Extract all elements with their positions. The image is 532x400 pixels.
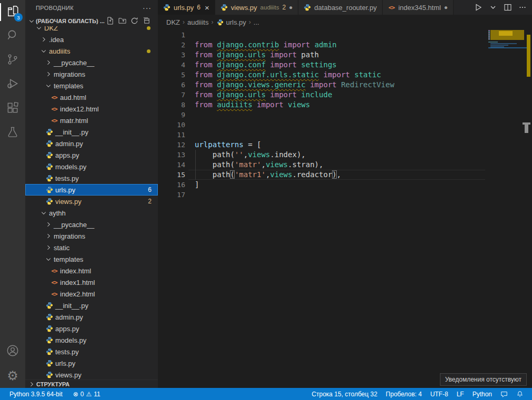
breadcrumb[interactable]: DKZ›audiiits›urls.py›... — [158, 15, 532, 29]
workspace-section-header[interactable]: (РАБОЧАЯ ОБЛАСТЬ) ... — [25, 16, 158, 26]
code-line-14[interactable]: 14 path('matr',views.stran), — [158, 160, 532, 170]
problems-status[interactable]: ⊗ 0 ⚠ 11 — [69, 391, 105, 398]
python-interpreter-status[interactable]: Python 3.9.5 64-bit — [5, 391, 67, 398]
status-python[interactable]: Python — [468, 391, 496, 398]
breadcrumb-item-urls.py[interactable]: urls.py — [216, 18, 246, 26]
tree-item-migrations[interactable]: migrations — [25, 68, 158, 80]
tree-item-__pycache__[interactable]: __pycache__ — [25, 219, 158, 230]
tree-item-index2.html[interactable]: <>index2.html — [25, 288, 158, 300]
status-bar-left: Python 3.9.5 64-bit ⊗ 0 ⚠ 11 — [0, 391, 105, 398]
tree-item-label: .idea — [49, 36, 64, 44]
status-строка-15-столбец-32[interactable]: Строка 15, столбец 32 — [307, 391, 382, 398]
feedback-icon[interactable] — [496, 391, 512, 398]
tree-item-aud.html[interactable]: <>aud.html — [25, 91, 158, 103]
tree-item-views.py[interactable]: views.py — [25, 369, 158, 380]
breadcrumb-item-audiiits[interactable]: audiiits — [187, 18, 208, 26]
sidebar-more-actions-icon[interactable]: ··· — [143, 4, 152, 12]
search-activity-item[interactable] — [0, 24, 25, 48]
tree-item-label: __pycache__ — [54, 221, 94, 229]
tab-database_roouter.py[interactable]: database_roouter.py — [298, 0, 383, 15]
chevron-right-icon — [45, 233, 52, 239]
tree-item-urls.py[interactable]: urls.py — [25, 357, 158, 369]
code-line-3[interactable]: 3from django.urls import path — [158, 50, 532, 60]
code-line-12[interactable]: 12urlpatterns = [ — [158, 140, 532, 150]
tree-item-__init__.py[interactable]: __init__.py — [25, 126, 158, 138]
tree-item-index.html[interactable]: <>index.html — [25, 265, 158, 276]
tree-item-models.py[interactable]: models.py — [25, 334, 158, 346]
split-editor-icon[interactable] — [504, 3, 512, 12]
tree-item-label: static — [54, 244, 69, 252]
tree-item-admin.py[interactable]: admin.py — [25, 138, 158, 149]
code-line-10[interactable]: 10 — [158, 120, 532, 130]
code-line-5[interactable]: 5from django.conf.urls.static import sta… — [158, 70, 532, 80]
code-line-17[interactable]: 17 — [158, 190, 532, 200]
status-utf-8[interactable]: UTF-8 — [426, 391, 453, 398]
modified-dot-icon[interactable]: ● — [444, 4, 448, 11]
tree-item-static[interactable]: static — [25, 242, 158, 253]
python-file-icon — [46, 128, 53, 136]
breadcrumb-item-DKZ[interactable]: DKZ — [166, 18, 180, 26]
tree-item-apps.py[interactable]: apps.py — [25, 323, 158, 334]
settings-gear-activity-item[interactable]: ⚙ — [0, 364, 25, 388]
tree-item-migrations[interactable]: migrations — [25, 230, 158, 242]
code-line-13[interactable]: 13 path('',views.index), — [158, 150, 532, 160]
tree-item-index12.html[interactable]: <>index12.html — [25, 103, 158, 115]
tree-item-tests.py[interactable]: tests.py — [25, 172, 158, 184]
breadcrumb-separator: › — [211, 18, 213, 26]
refresh-icon[interactable] — [131, 17, 138, 26]
tab-urls.py[interactable]: urls.py6× — [158, 0, 215, 15]
collapse-all-icon[interactable] — [143, 17, 150, 26]
bell-icon[interactable] — [512, 391, 528, 398]
explorer-activity-item[interactable]: 3 — [0, 0, 25, 24]
tree-item-admin.py[interactable]: admin.py — [25, 311, 158, 323]
tree-item-audiiits[interactable]: audiiits — [25, 45, 158, 57]
run-icon[interactable] — [474, 3, 483, 12]
tree-item-models.py[interactable]: models.py — [25, 161, 158, 172]
code-line-16[interactable]: 16] — [158, 180, 532, 190]
tree-item-__pycache__[interactable]: __pycache__ — [25, 57, 158, 68]
extensions-activity-item[interactable] — [0, 97, 25, 121]
tree-item-views.py[interactable]: views.py2 — [25, 196, 158, 207]
more-actions-icon[interactable] — [518, 3, 527, 12]
run-debug-activity-item[interactable] — [0, 73, 25, 97]
tree-item-label: __init__.py — [55, 302, 88, 310]
tree-item-matr.html[interactable]: <>matr.html — [25, 115, 158, 126]
code-line-15[interactable]: 15 path('matr1',views.redactor), — [158, 170, 532, 180]
outline-section-header[interactable]: СТРУКТУРА — [25, 380, 158, 388]
modified-dot-icon[interactable]: ● — [289, 4, 293, 11]
tree-item-tests.py[interactable]: tests.py — [25, 346, 158, 357]
new-folder-icon[interactable] — [118, 17, 126, 26]
code-line-6[interactable]: 6from django.views.generic import Redire… — [158, 80, 532, 90]
code-line-1[interactable]: 1 — [158, 30, 532, 40]
tab-views.py[interactable]: views.pyaudiiits2● — [215, 0, 299, 15]
tree-item-urls.py[interactable]: urls.py6 — [25, 184, 158, 196]
new-file-icon[interactable] — [106, 17, 114, 26]
code-line-11[interactable]: 11 — [158, 130, 532, 140]
account-activity-item[interactable] — [0, 340, 25, 364]
breadcrumb-item-...[interactable]: ... — [254, 18, 259, 26]
code-editor[interactable]: 12from django.contrib import admin3from … — [158, 29, 532, 200]
tree-item-index1.html[interactable]: <>index1.html — [25, 276, 158, 288]
run-dropdown-icon[interactable] — [489, 3, 497, 12]
tree-item-templates[interactable]: templates — [25, 253, 158, 265]
close-icon[interactable]: × — [205, 3, 209, 12]
tree-item-templates[interactable]: templates — [25, 80, 158, 91]
tab-index345.html[interactable]: <>index345.html● — [383, 0, 454, 15]
code-line-2[interactable]: 2from django.contrib import admin — [158, 40, 532, 50]
tree-item-aythh[interactable]: aythh — [25, 207, 158, 219]
status-lf[interactable]: LF — [453, 391, 468, 398]
code-line-9[interactable]: 9 — [158, 110, 532, 120]
testing-activity-item[interactable] — [0, 121, 25, 145]
tree-item-.idea[interactable]: .idea — [25, 34, 158, 45]
code-line-4[interactable]: 4from django.conf import settings — [158, 60, 532, 70]
code-line-7[interactable]: 7from django.urls import include — [158, 90, 532, 100]
tree-item-DKZ[interactable]: DKZ — [25, 26, 158, 34]
tree-item-apps.py[interactable]: apps.py — [25, 149, 158, 161]
chevron-down-icon — [41, 48, 47, 54]
source-control-activity-item[interactable] — [0, 48, 25, 73]
tab-bar: urls.py6×views.pyaudiiits2●database_roou… — [158, 0, 532, 15]
chevron-right-icon — [45, 71, 52, 77]
tree-item-__init__.py[interactable]: __init__.py — [25, 300, 158, 311]
code-line-8[interactable]: 8from audiiits import views — [158, 100, 532, 110]
status-пробелов-4[interactable]: Пробелов: 4 — [382, 391, 426, 398]
